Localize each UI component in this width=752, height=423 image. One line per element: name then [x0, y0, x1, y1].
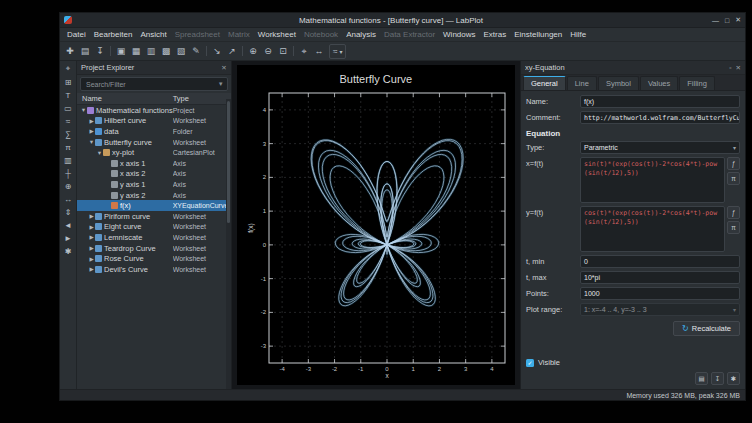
float-dock-icon[interactable]: ▫ — [729, 64, 731, 71]
points-field[interactable]: 1000 — [580, 287, 740, 300]
equation-dock-close-icon[interactable]: ✕ — [736, 64, 741, 72]
expander-icon[interactable]: ▼ — [96, 150, 103, 156]
tree-row-lemniscate[interactable]: ▶LemniscateWorksheet — [77, 232, 231, 243]
zoom-x-icon[interactable]: ↔ — [62, 193, 75, 205]
y-equation-input[interactable]: cos(t)*(exp(cos(t))-2*cos(4*t)-pow(sin(t… — [580, 206, 725, 252]
search-input[interactable] — [84, 80, 218, 89]
tree-row-y-axis-1[interactable]: y axis 1Axis — [77, 179, 231, 190]
zoom-in-icon[interactable]: ⊕ — [246, 44, 260, 58]
export-icon[interactable]: ↗ — [225, 44, 239, 58]
type-select[interactable]: Parametric ▾ — [580, 141, 740, 154]
minimize-button[interactable]: — — [712, 17, 719, 24]
menu-windows[interactable]: Windows — [439, 30, 479, 39]
constant-icon[interactable]: π — [62, 141, 75, 153]
insert-function-button[interactable]: ƒ — [727, 206, 740, 219]
tree-row-y-axis-2[interactable]: y axis 2Axis — [77, 190, 231, 201]
tree-row-teardrop-curve[interactable]: ▶Teardrop CurveWorksheet — [77, 243, 231, 254]
tree-row-butterfly-curve[interactable]: ▼Butterfly curveWorksheet — [77, 137, 231, 148]
worksheet-page[interactable]: Butterfly Curve -4-3-2-10123443210-1-2-3… — [237, 65, 515, 385]
equation-icon[interactable]: ∑ — [62, 128, 75, 140]
add-curve-dropdown[interactable]: ≈▾ — [329, 44, 346, 59]
tab-general[interactable]: General — [523, 76, 566, 90]
tree-row-eight-curve[interactable]: ▶Eight curveWorksheet — [77, 222, 231, 233]
expander-icon[interactable]: ▼ — [88, 139, 95, 145]
tree-row-x-axis-2[interactable]: x axis 2Axis — [77, 169, 231, 180]
column-type[interactable]: Type — [173, 94, 231, 103]
insert-constant-button[interactable]: π — [727, 221, 740, 234]
zoom-fit-icon[interactable]: ⊡ — [276, 44, 290, 58]
column-name[interactable]: Name — [77, 94, 173, 103]
name-field[interactable]: f(x) — [580, 95, 740, 108]
visible-checkbox[interactable]: ✓ — [526, 359, 534, 367]
axis-icon[interactable]: ┼ — [62, 167, 75, 179]
expander-icon[interactable]: ▶ — [88, 224, 95, 230]
tab-line[interactable]: Line — [567, 76, 597, 90]
pan-icon[interactable]: ↔ — [312, 44, 326, 58]
insert-constant-button[interactable]: π — [727, 172, 740, 185]
tab-values[interactable]: Values — [640, 76, 678, 90]
recalculate-button[interactable]: ↻ Recalculate — [673, 321, 740, 336]
plot-svg[interactable]: -4-3-2-10123443210-1-2-3xf(x) — [245, 89, 511, 381]
tree-row-hilbert-curve[interactable]: ▶Hilbert curveWorksheet — [77, 116, 231, 127]
expander-icon[interactable]: ▶ — [88, 234, 95, 240]
options-button[interactable]: ✱ — [727, 372, 740, 385]
insert-function-button[interactable]: ƒ — [727, 157, 740, 170]
menu-bearbeiten[interactable]: Bearbeiten — [90, 30, 137, 39]
new-matrix-icon[interactable]: ▩ — [159, 44, 173, 58]
x-equation-input[interactable]: sin(t)*(exp(cos(t))-2*cos(4*t)-pow(sin(t… — [580, 157, 725, 203]
import-icon[interactable]: ↘ — [210, 44, 224, 58]
tab-symbol[interactable]: Symbol — [598, 76, 639, 90]
menu-ansicht[interactable]: Ansicht — [136, 30, 170, 39]
save-template-button[interactable]: ↧ — [711, 372, 724, 385]
scrollbar-thumb[interactable] — [227, 101, 230, 223]
tree-row-x-axis-1[interactable]: x axis 1Axis — [77, 158, 231, 169]
load-template-button[interactable]: ▤ — [695, 372, 708, 385]
tree-row-data[interactable]: ▶dataFolder — [77, 126, 231, 137]
zoom-select-icon[interactable]: ⊕ — [62, 180, 75, 192]
tree-row-f-x[interactable]: f(x)XYEquationCurve — [77, 200, 231, 211]
settings-icon[interactable]: ✱ — [62, 245, 75, 257]
tmax-field[interactable]: 10*pi — [580, 271, 740, 284]
tree-row-rose-curve[interactable]: ▶Rose CurveWorksheet — [77, 253, 231, 264]
select-icon[interactable]: ⌖ — [297, 44, 311, 58]
new-workbook-icon[interactable]: ▦ — [129, 44, 143, 58]
image-icon[interactable]: ▭ — [62, 102, 75, 114]
new-folder-icon[interactable]: ▣ — [114, 44, 128, 58]
legend-icon[interactable]: ▥ — [62, 154, 75, 166]
expander-icon[interactable]: ▶ — [88, 256, 95, 262]
menu-worksheet[interactable]: Worksheet — [254, 30, 300, 39]
cursor-icon[interactable]: ⌖ — [62, 63, 75, 75]
comment-field[interactable]: http://mathworld.wolfram.com/ButterflyCu… — [580, 111, 740, 124]
save-project-icon[interactable]: ↧ — [93, 44, 107, 58]
menu-extras[interactable]: Extras — [480, 30, 511, 39]
new-spreadsheet-icon[interactable]: ▥ — [144, 44, 158, 58]
menu-hilfe[interactable]: Hilfe — [566, 30, 590, 39]
tree-row-devil-s-curve[interactable]: ▶Devil's CurveWorksheet — [77, 264, 231, 275]
titlebar[interactable]: Mathematical functions - [Butterfly curv… — [60, 13, 745, 28]
tmin-field[interactable]: 0 — [580, 255, 740, 268]
menu-einstellungen[interactable]: Einstellungen — [510, 30, 566, 39]
text-label-icon[interactable]: T — [62, 89, 75, 101]
menu-analysis[interactable]: Analysis — [342, 30, 380, 39]
shift-right-icon[interactable]: ► — [62, 232, 75, 244]
expander-icon[interactable]: ▶ — [88, 128, 95, 134]
maximize-button[interactable]: □ — [725, 17, 729, 24]
tree-row-piriform-curve[interactable]: ▶Piriform curveWorksheet — [77, 211, 231, 222]
expander-icon[interactable]: ▶ — [88, 118, 95, 124]
menu-datei[interactable]: Datei — [63, 30, 90, 39]
new-note-icon[interactable]: ✎ — [189, 44, 203, 58]
new-project-icon[interactable]: ✚ — [63, 44, 77, 58]
expander-icon[interactable]: ▶ — [88, 245, 95, 251]
explorer-scrollbar[interactable] — [226, 99, 231, 389]
expander-icon[interactable]: ▶ — [88, 266, 95, 272]
shift-left-icon[interactable]: ◄ — [62, 219, 75, 231]
project-explorer-close-icon[interactable]: ✕ — [221, 64, 226, 72]
expander-icon[interactable]: ▶ — [88, 213, 95, 219]
zoom-out-icon[interactable]: ⊖ — [261, 44, 275, 58]
filter-icon[interactable]: ▼ — [218, 81, 224, 87]
tree-row-xy-plot[interactable]: ▼xy-plotCartesianPlot — [77, 147, 231, 158]
expander-icon[interactable]: ▼ — [80, 107, 87, 113]
curve-icon[interactable]: ≈ — [62, 115, 75, 127]
zoom-y-icon[interactable]: ⇕ — [62, 206, 75, 218]
new-worksheet-icon[interactable]: ▧ — [174, 44, 188, 58]
